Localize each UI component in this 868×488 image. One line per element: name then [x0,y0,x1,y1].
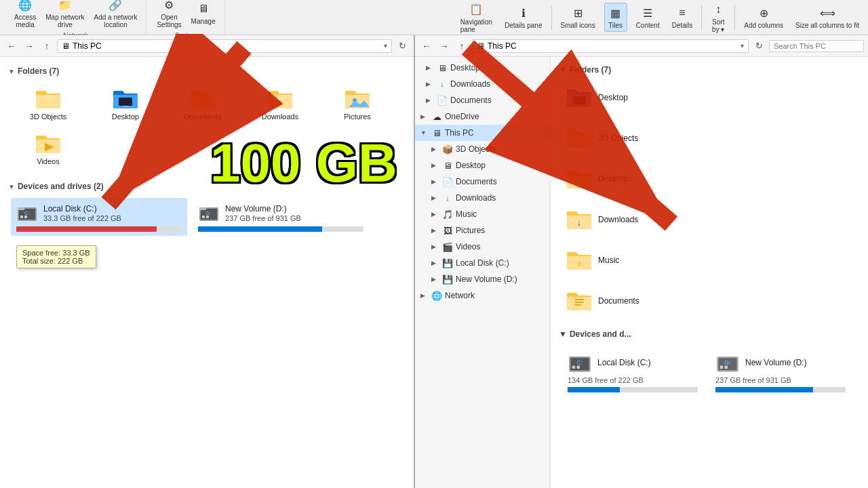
right-drive-d-header: D: New Volume (D:) [715,350,846,375]
left-devices-header[interactable]: ▼ Devices and drives (2) [5,178,408,195]
nav-item-desktop[interactable]: ▶ 🖥 Desktop [415,157,550,174]
nav-item-videos[interactable]: ▶ 🎬 Videos [415,239,550,255]
nav-item-documents[interactable]: ▶ 📄 Documents [415,92,550,108]
navigation-pane-button[interactable]: 📋 Navigationpane [457,0,496,35]
folder-3d-objects[interactable]: 3D Objects [11,83,85,125]
right-back-button[interactable]: ← [419,39,434,54]
right-folder-music-name: Music [598,256,619,265]
add-network-location-button[interactable]: 🔗 Add a networklocation [90,0,140,30]
drive-d-fill [198,226,322,232]
right-drive-d[interactable]: D: New Volume (D:) 237 GB free of 931 GB [709,344,852,399]
nav-item-new-volume-d[interactable]: ▶ 💾 New Volume (D:) [415,271,550,287]
drive-d[interactable]: D: New Volume (D:) 237 GB free of 931 GB [193,198,369,236]
nav-item-local-disk-c[interactable]: ▶ 💾 Local Disk (C:) [415,255,550,271]
nav-item-downloads-top[interactable]: ▶ ↓ Downloads [415,76,550,92]
right-folder-music[interactable]: ♪ Music [561,243,711,278]
nav-chevron-desktop-top: ▶ [426,64,434,71]
drive-d-header: D: New Volume (D:) 237 GB free of 931 GB [198,202,363,224]
svg-rect-10 [18,207,24,210]
open-settings-button[interactable]: ⚙ OpenSettings [153,0,184,30]
right-drive-d-space: 237 GB free of 931 GB [715,376,846,384]
right-folder-desktop2[interactable]: Desktop [561,161,711,197]
nav-item-network[interactable]: ▶ 🌐 Network [415,287,550,304]
nav-icon-desktop-top: 🖥 [437,62,448,73]
right-drive-c-icon: C: [568,350,592,375]
right-address-input-container[interactable]: 🖥 This PC ▾ [472,39,749,53]
nav-label-downloads: Downloads [456,193,496,203]
address-chevron: ▾ [384,42,387,49]
drive-c[interactable]: C: Local Disk (C:) 33.3 GB free of 222 G… [11,198,187,236]
right-devices-header[interactable]: ▼ Devices and d... [556,327,863,342]
map-network-drive-button[interactable]: 📁 Map networkdrive [42,0,87,30]
right-address-bar: ← → ↑ 🖥 This PC ▾ ↻ [415,35,868,57]
svg-rect-3 [198,100,208,101]
folder-desktop[interactable]: Desktop [88,83,163,125]
back-button[interactable]: ← [4,39,19,54]
add-network-icon: 🔗 [108,0,123,12]
nav-item-onedrive[interactable]: ▶ ☁ OneDrive [415,108,550,125]
forward-button[interactable]: → [22,39,37,54]
nav-item-documents2[interactable]: ▶ 📄 Documents [415,174,550,190]
right-refresh-button[interactable]: ↻ [751,39,766,54]
folder-downloads[interactable]: ↓ Downloads [243,83,317,125]
access-media-button[interactable]: 🌐 Accessmedia [11,0,39,30]
right-drive-c-text: Local Disk (C:) [597,358,651,367]
nav-chevron-3d-objects: ▶ [431,146,439,152]
drive-d-icon: D: [198,202,220,224]
small-icons-button[interactable]: ⊞ Small icons [557,3,599,31]
sort-by-button[interactable]: ↕ Sortby ▾ [707,0,729,35]
left-folders-header[interactable]: ▼ Folders (7) [5,62,408,80]
svg-rect-25 [574,304,581,306]
search-input[interactable] [769,40,864,52]
small-icons-label: Small icons [561,22,595,29]
refresh-button[interactable]: ↻ [395,39,410,54]
folder-videos[interactable]: Videos [11,127,85,169]
right-folder-downloads[interactable]: ↓ Downloads [561,202,711,237]
address-input-container[interactable]: 🖥 This PC ▾ [57,39,392,53]
right-drive-c-space: 134 GB free of 222 GB [568,376,698,384]
size-all-columns-button[interactable]: ⟺ Size all columns to fit [792,3,863,31]
right-up-button[interactable]: ↑ [454,39,469,54]
right-folder-desktop2-icon [566,165,593,192]
svg-rect-33 [720,366,724,369]
right-folder-desktop[interactable]: Desktop [561,80,711,115]
right-address-chevron: ▾ [741,42,744,49]
folder-pictures[interactable]: Pictures [320,83,395,125]
right-drive-d-name: New Volume (D:) [745,358,807,367]
drive-c-tooltip: Space free: 33.3 GB Total size: 222 GB [16,245,96,268]
right-folder-3d-objects[interactable]: 3D Objects [561,121,711,156]
folder-documents[interactable]: Documents [165,83,240,125]
nav-item-downloads[interactable]: ▶ ↓ Downloads [415,190,550,206]
nav-item-pictures[interactable]: ▶ 🖼 Pictures [415,222,550,239]
tiles-icon: ▦ [608,5,623,20]
svg-rect-11 [20,216,23,218]
nav-item-music[interactable]: ▶ 🎵 Music [415,206,550,222]
add-columns-button[interactable]: ⊕ Add columns [741,3,787,31]
nav-pane-icon: 📋 [469,2,484,17]
right-folders-header[interactable]: ▼ Folders (7) [556,62,863,77]
nav-icon-documents2: 📄 [442,176,453,187]
left-devices-title: Devices and drives (2) [18,182,104,191]
content-button[interactable]: ☰ Content [633,3,663,31]
right-forward-button[interactable]: → [437,39,452,54]
content-icon: ☰ [640,5,655,20]
manage-button[interactable]: 🖥 Manage [188,0,219,27]
nav-label-pictures: Pictures [456,226,485,235]
tiles-button[interactable]: ▦ Tiles [604,3,627,32]
nav-item-3d-objects[interactable]: ▶ 📦 3D Objects [415,141,550,157]
folder-videos-icon [35,131,62,156]
nav-item-desktop-top[interactable]: ▶ 🖥 Desktop [415,60,550,76]
nav-item-this-pc[interactable]: ▼ 🖥 This PC [415,125,550,141]
size-columns-label: Size all columns to fit [795,22,859,29]
folder-documents-label: Documents [184,113,222,121]
size-columns-icon: ⟺ [820,5,835,20]
details-pane-icon: ℹ [516,5,531,20]
details-button[interactable]: ≡ Details [669,3,696,31]
svg-text:D:: D: [206,210,212,216]
up-button[interactable]: ↑ [39,39,54,54]
details-pane-button[interactable]: ℹ Details pane [501,3,546,31]
folder-desktop-label: Desktop [112,113,139,121]
access-media-label: Accessmedia [14,14,36,28]
right-drive-c[interactable]: C: Local Disk (C:) 134 GB free of 222 GB [561,344,704,399]
right-folder-docs[interactable]: Documents [561,283,711,319]
